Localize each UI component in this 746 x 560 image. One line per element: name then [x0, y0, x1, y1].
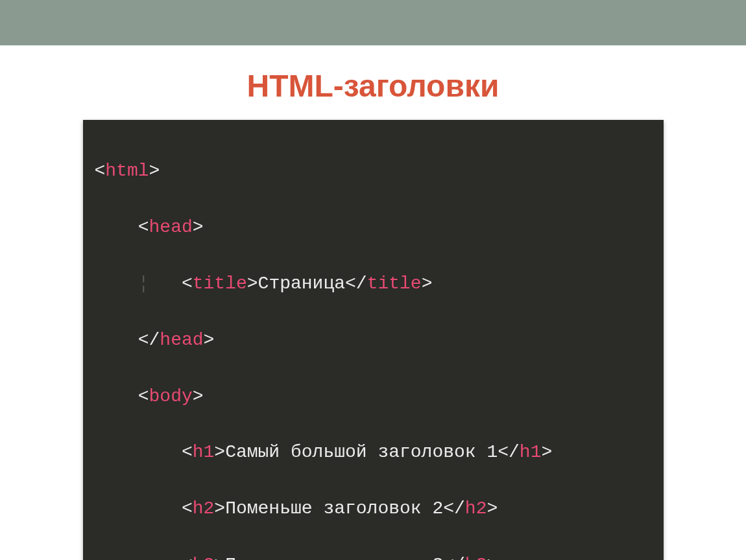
code-line: </head> — [83, 326, 664, 354]
slide-title: HTML-заголовки — [0, 68, 746, 104]
code-line: <body> — [83, 382, 664, 410]
code-line: ¦ <title>Страница</title> — [83, 270, 664, 298]
code-line: <head> — [83, 213, 664, 241]
code-line: <h1>Самый большой заголовок 1</h1> — [83, 438, 664, 466]
code-editor: <html> <head> ¦ <title>Страница</title> … — [83, 120, 664, 560]
code-line: <h3>Поменьше заголовок 3</h3> — [83, 551, 664, 560]
code-block: <html> <head> ¦ <title>Страница</title> … — [83, 129, 664, 560]
presentation-top-bar — [0, 0, 746, 45]
code-line: <html> — [83, 157, 664, 185]
code-line: <h2>Поменьше заголовок 2</h2> — [83, 495, 664, 522]
